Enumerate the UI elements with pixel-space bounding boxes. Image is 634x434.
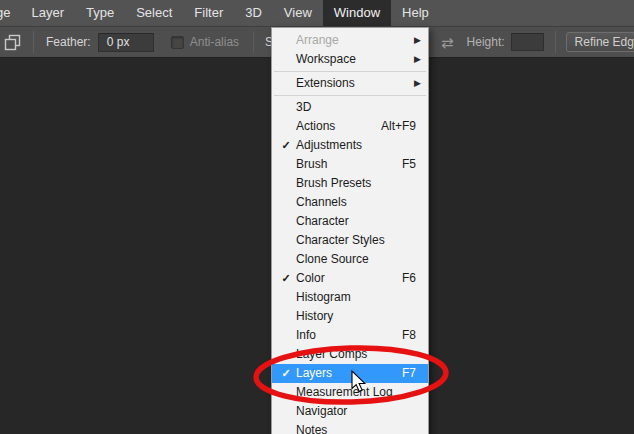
menu-item-measurement-log[interactable]: Measurement Log xyxy=(272,383,428,402)
shortcut-label: F6 xyxy=(402,269,416,288)
menubar-item-layer[interactable]: Layer xyxy=(20,0,75,26)
menubar-item-select[interactable]: Select xyxy=(125,0,183,26)
menu-item-history[interactable]: History xyxy=(272,307,428,326)
menu-item-notes[interactable]: Notes xyxy=(272,421,428,434)
menu-separator xyxy=(274,71,426,72)
feather-input[interactable]: 0 px xyxy=(98,33,154,52)
shortcut-label: Alt+F9 xyxy=(381,117,416,136)
menu-item-info[interactable]: Info F8 xyxy=(272,326,428,345)
height-label: Height: xyxy=(467,35,505,49)
menu-item-histogram[interactable]: Histogram xyxy=(272,288,428,307)
photoshop-window: ge Layer Type Select Filter 3D View Wind… xyxy=(0,0,634,434)
shortcut-label: F7 xyxy=(402,364,416,383)
anti-alias-label: Anti-alias xyxy=(190,35,239,49)
options-divider xyxy=(555,31,556,53)
menu-item-channels[interactable]: Channels xyxy=(272,193,428,212)
menu-item-navigator[interactable]: Navigator xyxy=(272,402,428,421)
checkmark-icon: ✓ xyxy=(279,364,293,383)
menu-item-actions[interactable]: Actions Alt+F9 xyxy=(272,117,428,136)
menu-separator xyxy=(274,95,426,96)
menu-item-layer-comps[interactable]: Layer Comps xyxy=(272,345,428,364)
options-divider xyxy=(253,31,254,53)
options-divider xyxy=(33,31,34,53)
anti-alias-checkbox[interactable] xyxy=(171,36,184,49)
menubar-item-3d[interactable]: 3D xyxy=(234,0,273,26)
shortcut-label: F8 xyxy=(402,326,416,345)
checkmark-icon: ✓ xyxy=(279,136,293,155)
menu-item-adjustments[interactable]: ✓ Adjustments xyxy=(272,136,428,155)
selection-mode-icon[interactable] xyxy=(4,34,22,51)
submenu-arrow-icon: ▶ xyxy=(414,74,421,93)
menu-item-character[interactable]: Character xyxy=(272,212,428,231)
menubar-item-filter[interactable]: Filter xyxy=(183,0,234,26)
feather-label: Feather: xyxy=(46,35,91,49)
checkmark-icon: ✓ xyxy=(279,269,293,288)
menu-item-arrange: Arrange ▶ xyxy=(272,31,428,50)
menu-item-layers[interactable]: ✓ Layers F7 xyxy=(272,364,428,383)
menu-item-extensions[interactable]: Extensions ▶ xyxy=(272,74,428,93)
refine-edge-button[interactable]: Refine Edge xyxy=(566,32,634,52)
menu-item-3d[interactable]: 3D xyxy=(272,98,428,117)
menubar: ge Layer Type Select Filter 3D View Wind… xyxy=(0,0,634,27)
menu-item-workspace[interactable]: Workspace ▶ xyxy=(272,50,428,69)
swap-width-height-icon[interactable]: ⇄ xyxy=(441,35,454,50)
menubar-item-image-partial[interactable]: ge xyxy=(0,0,20,26)
shortcut-label: F5 xyxy=(402,155,416,174)
menu-item-brush-presets[interactable]: Brush Presets xyxy=(272,174,428,193)
menu-item-brush[interactable]: Brush F5 xyxy=(272,155,428,174)
menu-item-color[interactable]: ✓ Color F6 xyxy=(272,269,428,288)
submenu-arrow-icon: ▶ xyxy=(414,50,421,69)
window-menu-dropdown: Arrange ▶ Workspace ▶ Extensions ▶ 3D Ac… xyxy=(271,27,429,434)
menubar-item-window[interactable]: Window xyxy=(323,0,391,26)
menubar-item-type[interactable]: Type xyxy=(75,0,125,26)
menubar-item-help[interactable]: Help xyxy=(391,0,440,26)
height-input[interactable] xyxy=(511,33,544,51)
menu-item-clone-source[interactable]: Clone Source xyxy=(272,250,428,269)
menubar-item-view[interactable]: View xyxy=(273,0,323,26)
submenu-arrow-icon: ▶ xyxy=(414,31,421,50)
menu-item-character-styles[interactable]: Character Styles xyxy=(272,231,428,250)
